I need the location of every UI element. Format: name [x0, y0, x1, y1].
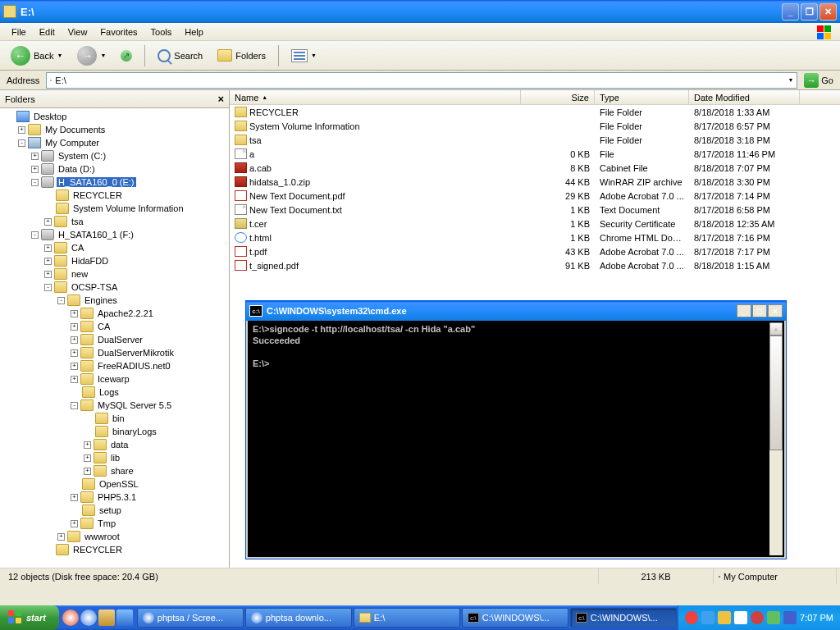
- minimize-button[interactable]: _: [782, 3, 799, 21]
- file-row[interactable]: t.pdf43 KBAdobe Acrobat 7.0 ...8/17/2018…: [230, 244, 840, 258]
- tree-item[interactable]: +Tmp: [2, 517, 227, 530]
- cmd-scrollbar[interactable]: ▲: [769, 322, 783, 555]
- tree-item[interactable]: -MySQL Server 5.5: [2, 399, 227, 412]
- tray-icon[interactable]: [701, 611, 714, 624]
- tree-item[interactable]: +HidaFDD: [2, 254, 227, 267]
- cmd-window[interactable]: c:\ C:\WINDOWS\system32\cmd.exe _ □ × E:…: [245, 300, 787, 559]
- expand-button[interactable]: -: [57, 297, 65, 304]
- tree-item[interactable]: +new: [2, 267, 227, 281]
- tree-item[interactable]: bin: [2, 412, 227, 425]
- file-row[interactable]: t.cer1 KBSecurity Certificate8/18/2018 1…: [230, 217, 840, 231]
- maximize-button[interactable]: ❐: [801, 3, 818, 21]
- tree-item[interactable]: -H_SATA160_1 (F:): [2, 228, 227, 241]
- expand-button[interactable]: -: [71, 402, 78, 409]
- scroll-up-button[interactable]: ▲: [769, 322, 783, 336]
- col-date[interactable]: Date Modified: [689, 90, 800, 104]
- tree-item[interactable]: +DualServerMikrotik: [2, 346, 227, 359]
- tree-item[interactable]: -OCSP-TSA: [2, 281, 227, 294]
- tree-item[interactable]: +Icewarp: [2, 372, 227, 386]
- task-button[interactable]: c:\C:\WINDOWS\...: [462, 608, 568, 628]
- tray-icon[interactable]: [685, 611, 698, 624]
- tree-item[interactable]: +share: [2, 464, 227, 477]
- expand-button[interactable]: +: [44, 244, 52, 252]
- tray-icon[interactable]: [718, 611, 731, 624]
- expand-button[interactable]: +: [71, 310, 78, 317]
- tray-icon[interactable]: [734, 611, 747, 624]
- tree-item[interactable]: +wwwroot: [2, 530, 227, 543]
- scroll-thumb[interactable]: [769, 336, 783, 450]
- col-size[interactable]: Size: [521, 90, 595, 104]
- menu-edit[interactable]: Edit: [33, 25, 62, 39]
- tree-item[interactable]: Desktop: [2, 110, 227, 123]
- expand-button[interactable]: +: [84, 441, 91, 449]
- menu-favorites[interactable]: Favorites: [94, 25, 144, 39]
- expand-button[interactable]: -: [31, 179, 39, 186]
- expand-button[interactable]: +: [71, 349, 78, 357]
- tree-item[interactable]: -H_SATA160_0 (E:): [2, 176, 227, 189]
- expand-button[interactable]: -: [44, 284, 52, 291]
- expand-button[interactable]: -: [18, 139, 25, 147]
- file-row[interactable]: a.cab8 KBCabinet File8/18/2018 7:07 PM: [230, 161, 840, 175]
- tray-icon[interactable]: [767, 611, 780, 624]
- expand-button[interactable]: +: [31, 166, 39, 173]
- expand-button[interactable]: +: [71, 323, 78, 331]
- expand-button[interactable]: -: [31, 231, 39, 239]
- menu-tools[interactable]: Tools: [144, 25, 179, 39]
- chrome-icon[interactable]: [80, 609, 97, 626]
- tree-item[interactable]: +tsa: [2, 215, 227, 228]
- task-button[interactable]: E:\: [354, 608, 460, 628]
- tree-item[interactable]: +CA: [2, 241, 227, 254]
- menu-help[interactable]: Help: [178, 25, 210, 39]
- go-button[interactable]: → Go: [801, 71, 837, 89]
- expand-button[interactable]: +: [71, 336, 78, 344]
- task-button[interactable]: phptsa / Scree...: [137, 608, 244, 628]
- chevron-down-icon[interactable]: ▼: [788, 77, 793, 83]
- menu-view[interactable]: View: [62, 25, 94, 39]
- desktop-icon[interactable]: [116, 609, 133, 626]
- col-type[interactable]: Type: [595, 90, 689, 104]
- folder-icon[interactable]: [98, 609, 115, 626]
- cmd-maximize-button[interactable]: □: [752, 304, 767, 317]
- tree-item[interactable]: +System (C:): [2, 149, 227, 162]
- tree-item[interactable]: +lib: [2, 451, 227, 464]
- cmd-output[interactable]: E:\>signcode -t http://localhost/tsa/ -c…: [246, 321, 786, 559]
- browser-icon[interactable]: [62, 609, 79, 626]
- file-row[interactable]: hidatsa_1.0.zip44 KBWinRAR ZIP archive8/…: [230, 175, 840, 189]
- tree-item[interactable]: System Volume Information: [2, 202, 227, 215]
- expand-button[interactable]: +: [57, 533, 65, 541]
- close-pane-button[interactable]: ×: [217, 93, 224, 105]
- expand-button[interactable]: +: [71, 376, 78, 383]
- expand-button[interactable]: +: [44, 258, 52, 265]
- task-button[interactable]: c:\C:\WINDOWS\...: [570, 608, 677, 628]
- close-button[interactable]: ✕: [819, 3, 837, 21]
- tree-item[interactable]: Logs: [2, 386, 227, 399]
- folder-tree[interactable]: Desktop+My Documents-My Computer+System …: [0, 108, 229, 568]
- expand-button[interactable]: +: [18, 126, 25, 134]
- views-button[interactable]: ▼: [285, 45, 322, 66]
- tree-item[interactable]: setup: [2, 504, 227, 517]
- tree-item[interactable]: +CA: [2, 320, 227, 333]
- tree-item[interactable]: RECYCLER: [2, 189, 227, 202]
- system-tray[interactable]: 7:07 PM: [678, 605, 840, 630]
- tree-item[interactable]: OpenSSL: [2, 477, 227, 491]
- tray-icon[interactable]: [751, 611, 764, 624]
- tree-item[interactable]: +PHP5.3.1: [2, 491, 227, 504]
- folders-button[interactable]: Folders: [212, 45, 272, 66]
- file-row[interactable]: t.html1 KBChrome HTML Docu...8/17/2018 7…: [230, 231, 840, 244]
- tree-item[interactable]: +DualServer: [2, 333, 227, 346]
- file-row[interactable]: RECYCLERFile Folder8/18/2018 1:33 AM: [230, 105, 840, 119]
- tray-icon[interactable]: [783, 611, 797, 624]
- tree-item[interactable]: +Apache2.2.21: [2, 307, 227, 320]
- up-button[interactable]: ↗: [115, 46, 138, 66]
- expand-button[interactable]: +: [44, 271, 52, 278]
- tree-item[interactable]: +Data (D:): [2, 162, 227, 176]
- col-name[interactable]: Name▲: [230, 90, 521, 104]
- search-button[interactable]: Search: [152, 45, 208, 66]
- file-row[interactable]: a0 KBFile8/17/2018 11:46 PM: [230, 147, 840, 161]
- tree-item[interactable]: +My Documents: [2, 123, 227, 136]
- task-button[interactable]: phptsa downlo...: [245, 608, 352, 628]
- back-button[interactable]: ← Back ▼: [5, 42, 68, 70]
- start-button[interactable]: start: [0, 605, 59, 630]
- file-row[interactable]: t_signed.pdf91 KBAdobe Acrobat 7.0 ...8/…: [230, 258, 840, 272]
- menu-file[interactable]: File: [5, 25, 33, 39]
